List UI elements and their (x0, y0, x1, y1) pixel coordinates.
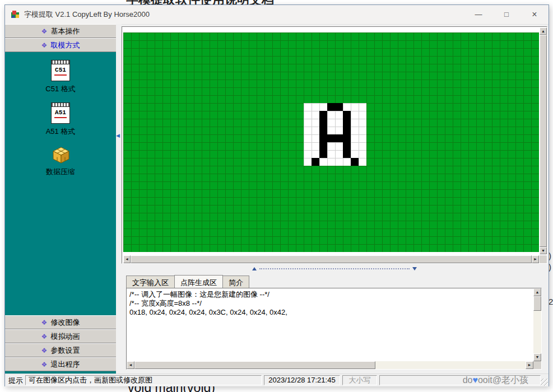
drawing-area: ▲ ▼ ◄ ► (122, 26, 547, 264)
glyph-pixel[interactable] (327, 103, 335, 111)
status-hint: 可在图像区内点击，画新图或修改原图 (25, 375, 262, 385)
tool-data-compress[interactable]: 数据压缩 (5, 145, 116, 177)
sidebar-item-simulate-animation[interactable]: ❖ 模拟动画 (5, 329, 116, 343)
bottom-panel: 文字输入区 点阵生成区 简介 /*-- 调入了一幅图像：这是您新建的图像 --*… (122, 274, 547, 374)
maximize-button[interactable]: □ (492, 5, 521, 24)
output-line: 0x18, 0x24, 0x24, 0x24, 0x3C, 0x24, 0x24… (129, 308, 531, 317)
glyph-pixel[interactable] (319, 134, 327, 142)
diamond-icon: ❖ (41, 347, 48, 354)
scroll-left-icon[interactable]: ◄ (123, 255, 131, 263)
output-horizontal-scrollbar[interactable]: ◄ ► (127, 361, 533, 369)
output-text[interactable]: /*-- 调入了一幅图像：这是您新建的图像 --*/ /*-- 宽度x高度=8x… (127, 289, 533, 361)
sidebar-canvas-gap: ◀ (116, 24, 122, 374)
glyph-pixel[interactable] (335, 103, 343, 111)
app-window: 字模提取 V2.1 CopyLeft By Horse2000 — □ × ❖ … (4, 4, 549, 386)
scroll-down-icon[interactable]: ▼ (533, 353, 541, 361)
scrollbar-corner (533, 361, 541, 369)
background-right-fragment: 2 (549, 297, 553, 306)
minimize-button[interactable]: — (464, 5, 492, 24)
sidebar-item-label: 修改图像 (50, 318, 80, 328)
collapse-arrow-icon[interactable]: ◀ (116, 133, 120, 138)
glyph-pixel[interactable] (343, 134, 351, 142)
minimize-icon: — (475, 10, 482, 18)
sidebar-item-basic-operations[interactable]: ❖ 基本操作 (5, 24, 116, 38)
glyph-pixel[interactable] (319, 119, 327, 127)
scroll-up-icon[interactable]: ▲ (533, 288, 541, 296)
output-textarea[interactable]: /*-- 调入了一幅图像：这是您新建的图像 --*/ /*-- 宽度x高度=8x… (126, 288, 542, 370)
sidebar-item-exit-program[interactable]: ❖ 退出程序 (5, 357, 116, 371)
notepad-binding (52, 103, 69, 107)
compress-cube-icon (50, 145, 71, 164)
scroll-up-icon[interactable]: ▲ (540, 27, 547, 35)
tool-a51-format[interactable]: A51 A51 格式 (5, 102, 116, 137)
sidebar-item-label: 基本操作 (50, 26, 80, 36)
heart-icon: ♥ (472, 375, 478, 385)
splitter-dots[interactable] (259, 268, 410, 269)
glyph-pixel[interactable] (319, 150, 327, 158)
glyph-pixel[interactable] (343, 142, 351, 150)
vertical-scroll-thumb[interactable] (540, 35, 547, 247)
splitter-collapse-icon[interactable] (252, 267, 257, 270)
sidebar-item-parameter-settings[interactable]: ❖ 参数设置 (5, 343, 116, 357)
splitter-expand-icon[interactable] (412, 267, 417, 270)
glyph-pixel[interactable] (343, 111, 351, 119)
scroll-left-icon[interactable]: ◄ (127, 361, 134, 369)
notepad-underline (54, 117, 67, 118)
watermark-suffix: ooit@老小孩 (478, 375, 528, 385)
scroll-right-icon[interactable]: ► (532, 255, 539, 263)
title-bar[interactable]: 字模提取 V2.1 CopyLeft By Horse2000 — □ × (5, 5, 549, 25)
diamond-icon: ❖ (41, 42, 48, 49)
tool-label: C51 格式 (45, 84, 75, 94)
glyph-pixel[interactable] (319, 111, 327, 119)
close-icon: × (532, 10, 537, 19)
diamond-icon: ❖ (41, 28, 48, 35)
diamond-icon: ❖ (41, 319, 48, 326)
glyph-pixel[interactable] (343, 150, 351, 158)
watermark-prefix: do (463, 375, 473, 385)
output-vertical-scrollbar[interactable]: ▲ ▼ (533, 288, 541, 361)
sidebar-item-label: 取模方式 (50, 40, 80, 50)
glyph-pixel[interactable] (319, 142, 327, 150)
glyph-pixel[interactable] (335, 134, 343, 142)
c51-notepad-icon: C51 (51, 60, 70, 81)
sidebar-item-sampling-mode[interactable]: ❖ 取模方式 (5, 38, 116, 52)
status-timestamp: 2023/12/28 17:21:45 (264, 375, 340, 385)
glyph-pixel[interactable] (343, 127, 351, 134)
status-case-indicator: 大小写 (342, 375, 377, 385)
diamond-icon: ❖ (41, 333, 48, 340)
scroll-down-icon[interactable]: ▼ (540, 247, 547, 254)
panel-splitter[interactable] (122, 264, 547, 274)
horizontal-scroll-thumb[interactable] (134, 361, 375, 369)
status-label: 提示 (8, 376, 23, 386)
window-title: 字模提取 V2.1 CopyLeft By Horse2000 (24, 5, 150, 24)
canvas-horizontal-scrollbar[interactable]: ◄ ► (123, 255, 539, 263)
scroll-right-icon[interactable]: ► (526, 361, 533, 369)
vertical-scroll-thumb[interactable] (533, 296, 541, 311)
glyph-pixel[interactable] (327, 134, 335, 142)
app-icon (11, 10, 20, 19)
glyph-pixel[interactable] (319, 127, 327, 134)
canvas-vertical-scrollbar[interactable]: ▲ ▼ (540, 27, 547, 254)
resize-grip[interactable] (541, 379, 548, 386)
status-bar: 提示 可在图像区内点击，画新图或修改原图 2023/12/28 17:21:45… (5, 374, 549, 386)
pixel-grid[interactable] (123, 32, 539, 252)
scrollbar-corner (540, 255, 547, 263)
tool-c51-format[interactable]: C51 C51 格式 (5, 60, 116, 94)
output-line: /*-- 调入了一幅图像：这是您新建的图像 --*/ (129, 290, 531, 299)
tool-label: A51 格式 (46, 127, 76, 137)
notepad-badge: C51 (52, 67, 69, 73)
glyph-pixel[interactable] (351, 158, 359, 166)
output-line: /*-- 宽度x高度=8x8 --*/ (129, 299, 531, 308)
sidebar-item-label: 参数设置 (50, 346, 80, 356)
notepad-binding (52, 60, 69, 64)
sidebar-item-modify-image[interactable]: ❖ 修改图像 (5, 315, 116, 329)
glyph-pixel[interactable] (343, 119, 351, 127)
maximize-icon: □ (504, 10, 509, 18)
tool-label: 数据压缩 (46, 167, 75, 177)
sidebar: ❖ 基本操作 ❖ 取模方式 C51 C51 格式 A51 A51 格式 (5, 24, 116, 374)
notepad-underline (54, 74, 67, 76)
glyph-pixel[interactable] (312, 158, 319, 166)
glyph-bitmap[interactable] (304, 103, 366, 166)
close-button[interactable]: × (521, 5, 549, 24)
horizontal-scroll-thumb[interactable] (131, 255, 532, 263)
